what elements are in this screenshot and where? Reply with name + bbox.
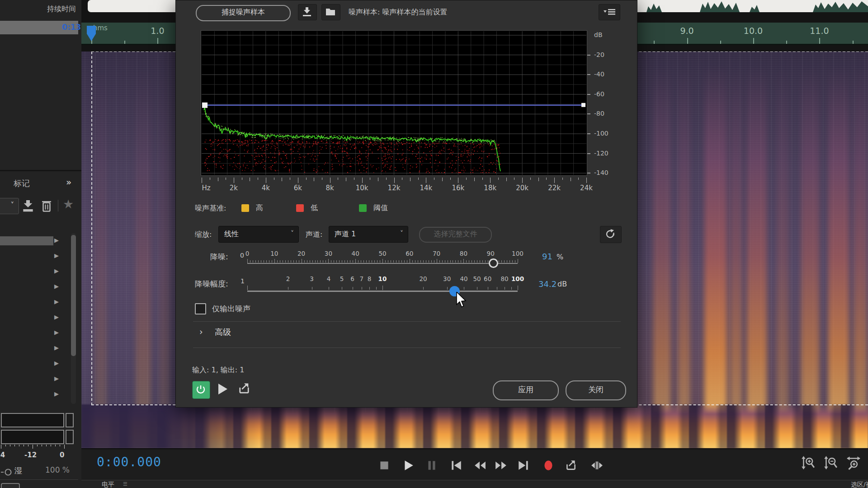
marker-list-row[interactable]: ▶ bbox=[0, 310, 70, 325]
overview-waveform-icon bbox=[637, 0, 868, 12]
marker-list[interactable]: ▶▶▶▶▶▶▶▶▶▶▶ bbox=[0, 233, 70, 403]
reset-button[interactable] bbox=[600, 226, 622, 243]
marker-row-play-icon[interactable]: ▶ bbox=[54, 298, 59, 305]
load-noise-print-button[interactable] bbox=[321, 4, 340, 20]
marker-row-play-icon[interactable]: ▶ bbox=[54, 360, 59, 366]
marker-row-play-icon[interactable]: ▶ bbox=[54, 283, 59, 290]
marker-type-dropdown[interactable]: ˅ bbox=[0, 198, 19, 214]
noise-reduction-slider[interactable]: 0102030405060708090100 bbox=[247, 249, 518, 270]
output-noise-only-checkbox[interactable] bbox=[195, 303, 206, 314]
marker-row-play-icon[interactable]: ▶ bbox=[54, 375, 59, 382]
noise-floor-graph[interactable] bbox=[201, 30, 587, 176]
scale-value: 线性 bbox=[224, 230, 239, 239]
save-markers-icon[interactable] bbox=[21, 198, 35, 213]
timeline-tick-label: 1.0 bbox=[151, 26, 164, 36]
marker-list-row[interactable]: ▶ bbox=[0, 325, 70, 341]
duration-field[interactable]: 0:13 bbox=[0, 21, 78, 34]
zoom-out-vertical-button[interactable] bbox=[823, 455, 838, 470]
chevron-right-icon[interactable]: › bbox=[199, 327, 203, 337]
marker-row-play-icon[interactable]: ▶ bbox=[54, 267, 59, 274]
play-button[interactable] bbox=[402, 459, 415, 472]
wet-knob-icon[interactable] bbox=[1, 468, 13, 476]
reduce-by-value[interactable]: 34.2 bbox=[538, 279, 557, 289]
marker-row-play-icon[interactable]: ▶ bbox=[54, 314, 59, 320]
meter-label: -12 bbox=[24, 451, 37, 459]
db-axis-labels: dB-20-40-60-80-100-120-140 bbox=[587, 31, 635, 176]
rewind-button[interactable] bbox=[474, 459, 486, 472]
channel-select[interactable]: 声道 1 ˅ bbox=[329, 226, 408, 243]
legend-swatch-high bbox=[241, 204, 249, 212]
zoom-in-vertical-button[interactable] bbox=[800, 455, 816, 470]
marker-row-play-icon[interactable]: ▶ bbox=[54, 390, 59, 397]
toolbar-divider bbox=[58, 200, 58, 211]
stop-button[interactable] bbox=[378, 459, 391, 472]
loop-preview-button[interactable] bbox=[237, 382, 251, 395]
slider-tick-label: 50 bbox=[378, 250, 386, 257]
legend-title: 噪声基准: bbox=[195, 204, 226, 213]
delete-marker-icon[interactable] bbox=[40, 198, 53, 213]
zoom-in-horizontal-button[interactable] bbox=[846, 455, 861, 470]
skip-to-end-button[interactable] bbox=[517, 459, 530, 472]
slider-tick-label: 20 bbox=[297, 250, 305, 257]
close-button[interactable]: 关闭 bbox=[566, 380, 626, 400]
chevron-down-icon: ˅ bbox=[400, 230, 403, 237]
advanced-section-toggle[interactable]: 高级 bbox=[215, 327, 231, 338]
slider-tick-label: 7 bbox=[359, 275, 363, 282]
marker-list-row[interactable]: ▶ bbox=[0, 295, 70, 310]
db-axis-label: -20 bbox=[594, 51, 604, 58]
loop-playback-button[interactable] bbox=[565, 459, 577, 472]
selection-left-edge[interactable] bbox=[91, 52, 92, 405]
partial-button[interactable] bbox=[1, 483, 20, 488]
record-button[interactable] bbox=[542, 459, 555, 472]
marker-list-row[interactable]: ▶ bbox=[0, 249, 70, 264]
db-axis-label: -40 bbox=[594, 70, 604, 78]
time-display[interactable]: 0:00.000 bbox=[97, 455, 161, 469]
reduce-by-slider[interactable]: 234567810203040506080100 bbox=[247, 275, 518, 299]
clip-indicator-bottom[interactable] bbox=[66, 430, 74, 444]
marker-row-play-icon[interactable]: ▶ bbox=[54, 329, 59, 336]
marker-row-play-icon[interactable]: ▶ bbox=[54, 252, 59, 259]
preset-menu-button[interactable] bbox=[599, 4, 620, 20]
marker-list-row[interactable]: ▶ bbox=[0, 341, 70, 356]
marker-list-row[interactable]: ▶ bbox=[0, 279, 70, 295]
save-noise-print-button[interactable] bbox=[298, 4, 317, 20]
marker-list-row[interactable]: ▶ bbox=[0, 356, 70, 371]
marker-row-play-icon[interactable]: ▶ bbox=[54, 344, 59, 351]
slider-tick-label: 50 bbox=[473, 275, 481, 282]
noise-floor-plot[interactable] bbox=[202, 31, 586, 175]
marker-list-row[interactable]: ▶ bbox=[0, 387, 70, 402]
waveform-overview-left bbox=[88, 0, 176, 12]
scale-select[interactable]: 线性 ˅ bbox=[218, 226, 299, 243]
effect-power-toggle[interactable] bbox=[192, 381, 210, 399]
spectrogram-streak bbox=[704, 65, 727, 448]
clip-indicator-top[interactable] bbox=[66, 413, 74, 427]
folder-icon bbox=[325, 6, 336, 17]
divider bbox=[0, 479, 78, 480]
preview-play-button[interactable] bbox=[218, 384, 227, 394]
apply-button[interactable]: 应用 bbox=[493, 380, 559, 400]
marker-scrollbar-thumb[interactable] bbox=[71, 235, 76, 356]
fast-forward-button[interactable] bbox=[495, 459, 507, 472]
marker-list-row[interactable]: ▶ bbox=[0, 371, 70, 387]
panel-collapse-icon[interactable]: » bbox=[66, 177, 71, 188]
slider-tick-label: 8 bbox=[368, 275, 372, 282]
skip-selection-button[interactable] bbox=[590, 459, 603, 472]
waveform-overview-right bbox=[637, 0, 868, 12]
frequency-axis-label: 20k bbox=[516, 184, 528, 192]
capture-noise-print-button[interactable]: 捕捉噪声样本 bbox=[196, 5, 291, 21]
noise-reduction-handle[interactable] bbox=[489, 258, 498, 268]
marker-list-row[interactable]: ▶ bbox=[0, 233, 70, 249]
spectrogram-streak bbox=[136, 65, 151, 448]
marker-row-play-icon[interactable]: ▶ bbox=[54, 237, 59, 244]
star-icon[interactable]: ★ bbox=[63, 197, 74, 211]
skip-to-start-button[interactable] bbox=[450, 459, 462, 472]
noise-reduction-value[interactable]: 91 bbox=[542, 252, 552, 261]
select-entire-file-button[interactable]: 选择完整文件 bbox=[419, 227, 492, 243]
panel-menu-icon[interactable]: ☰ bbox=[123, 481, 127, 487]
pause-button[interactable] bbox=[425, 459, 438, 472]
levels-tab[interactable]: 电平 bbox=[102, 481, 114, 488]
wet-value[interactable]: 100 % bbox=[45, 465, 70, 474]
panel-divider bbox=[0, 170, 81, 171]
marker-list-row[interactable]: ▶ bbox=[0, 264, 70, 279]
selection-view-tab[interactable]: 选区/视图 bbox=[851, 481, 868, 488]
